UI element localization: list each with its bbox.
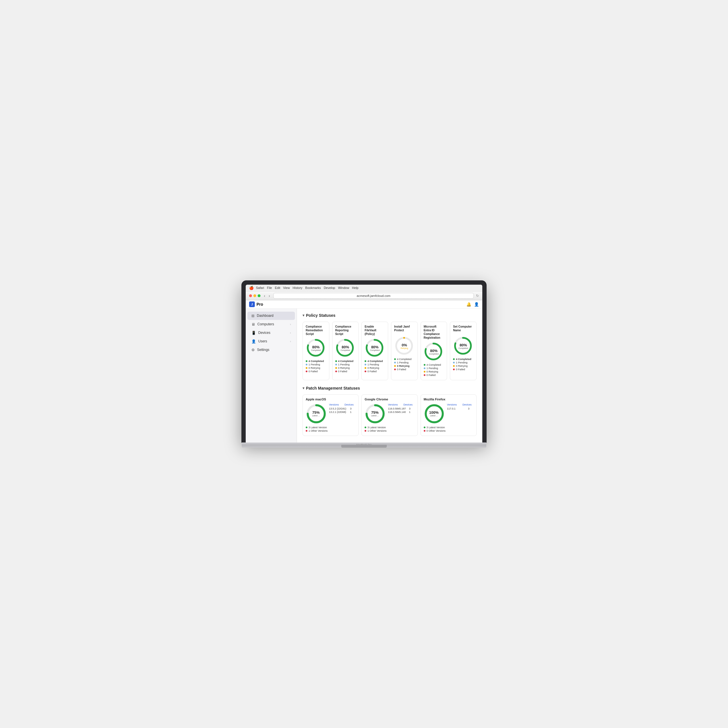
apple-logo: 🍎 — [249, 286, 254, 290]
green-dot — [306, 427, 307, 428]
stat-row: 0 Retrying — [424, 370, 444, 373]
brand-name: Pro — [257, 302, 263, 307]
menu-items[interactable]: Safari File Edit View History Bookmarks … — [256, 286, 358, 289]
patch-stats: 3 Latest Version 1 Other Versions — [306, 426, 355, 432]
stat-text: 4 Completed — [367, 360, 383, 362]
patch-stat-row: 3 Latest Version — [424, 426, 474, 429]
versions-col-label: Versions — [388, 403, 398, 406]
stat-row: 4 Completed — [365, 360, 385, 362]
policy-card-title: Microsoft Entra ID Compliance Registrati… — [424, 325, 444, 340]
red-dot — [394, 369, 396, 370]
patch-card-title: Mozilla Firefox — [424, 398, 474, 401]
patch-stat-text: 3 Latest Version — [427, 426, 445, 429]
devices-col-label: Devices — [404, 403, 413, 406]
app-header: J Pro 🔔 👤 — [246, 300, 482, 309]
blue-dot — [394, 362, 396, 363]
green-dot — [335, 360, 337, 362]
policy-stats: 4 Completed 1 Pending 0 Retrying 0 Faile… — [335, 360, 356, 373]
policy-stats: 4 Completed 1 Pending 0 Retrying 0 Faile… — [394, 358, 414, 371]
version-count: 1 — [350, 411, 352, 413]
donut-percent: 80% — [429, 349, 439, 353]
patch-stat-text: 1 Other Versions — [367, 430, 387, 432]
policy-stats: 4 Completed 1 Pending 0 Retrying 0 Faile… — [424, 363, 444, 376]
main-content: ▾ Policy Statuses Compliance Remediation… — [297, 309, 482, 442]
reload-icon[interactable]: ↻ — [476, 294, 479, 298]
policy-card-title: Set Computer Name — [453, 325, 474, 334]
policy-cards-grid: Compliance Remediation Script 80% Comple… — [303, 322, 477, 380]
patch-card-apple-macos: Apple macOS 75% Latest ... Versions Devi… — [303, 395, 359, 436]
red-dot — [424, 374, 425, 376]
yellow-dot — [365, 367, 366, 369]
green-dot — [394, 358, 396, 360]
settings-icon: ⚙ — [251, 348, 255, 352]
sidebar-item-computers[interactable]: 🖥 Computers › — [248, 320, 295, 329]
red-dot — [453, 369, 455, 370]
sidebar-label-devices: Devices — [258, 331, 271, 335]
stat-row: 0 Retrying — [394, 365, 414, 367]
forward-button[interactable]: › — [268, 293, 271, 298]
menu-edit[interactable]: Edit — [275, 286, 280, 289]
menu-window[interactable]: Window — [338, 286, 349, 289]
menu-history[interactable]: History — [293, 286, 302, 289]
close-button[interactable] — [249, 294, 252, 297]
sidebar-item-settings[interactable]: ⚙ Settings — [248, 346, 295, 354]
users-icon: 👤 — [251, 339, 256, 344]
minimize-button[interactable] — [253, 294, 256, 297]
menu-help[interactable]: Help — [352, 286, 359, 289]
menu-file[interactable]: File — [267, 286, 272, 289]
notification-icon[interactable]: 🔔 — [466, 302, 471, 307]
policy-card-compliance-reporting: Compliance Reporting Script 80% Complete… — [332, 322, 359, 380]
donut-chart: 80% Completed — [365, 338, 385, 358]
version-row: 13.5.2 (22G91) 3 — [329, 407, 355, 410]
patch-donut-chart: 100% Latest ... — [424, 403, 444, 424]
patch-section-header: ▾ Patch Management Statuses — [303, 386, 477, 390]
version-row: 13.2.1 (22D68) 1 — [329, 411, 355, 413]
traffic-lights — [249, 294, 260, 297]
version-text: 13.5.2 (22G91) — [329, 407, 349, 410]
patch-percent: 100% — [429, 410, 439, 414]
devices-col-label: Devices — [462, 403, 471, 406]
policy-section-header: ▾ Policy Statuses — [303, 313, 477, 318]
donut-label: Completed — [311, 349, 321, 351]
patch-cards-grid: Apple macOS 75% Latest ... Versions Devi… — [303, 395, 477, 436]
stat-row: 0 Failed — [453, 368, 474, 371]
macbook-label: MacBook Pro — [242, 442, 486, 446]
nav-buttons: ‹ › — [263, 293, 271, 298]
stat-text: 0 Retrying — [309, 367, 320, 369]
version-count: 3 — [350, 407, 352, 410]
stat-text: 1 Pending — [309, 363, 320, 366]
menu-view[interactable]: View — [283, 286, 290, 289]
sidebar-item-users[interactable]: 👤 Users › — [248, 337, 295, 346]
address-bar[interactable]: acmesoft.jamfcloud.com — [273, 293, 474, 298]
stat-text: 0 Retrying — [397, 365, 410, 367]
donut-percent: 0% — [401, 343, 408, 347]
stat-text: 0 Retrying — [338, 367, 350, 369]
chevron-down-icon-2[interactable]: ▾ — [303, 386, 304, 390]
stat-text: 1 Pending — [397, 361, 408, 364]
profile-icon[interactable]: 👤 — [474, 302, 479, 307]
menu-bookmarks[interactable]: Bookmarks — [305, 286, 321, 289]
chevron-down-icon[interactable]: ▾ — [303, 314, 304, 317]
stat-text: 4 Completed — [427, 363, 441, 366]
patch-donut-chart: 75% Latest ... — [365, 403, 385, 424]
menu-develop[interactable]: Develop — [324, 286, 335, 289]
stat-row: 0 Failed — [335, 370, 356, 373]
policy-card-title: Install Jamf Protect — [394, 325, 414, 334]
back-button[interactable]: ‹ — [263, 293, 266, 298]
stat-row: 0 Failed — [424, 374, 444, 376]
stat-row: 0 Failed — [306, 370, 326, 373]
stat-row: 4 Completed — [335, 360, 356, 362]
yellow-dot — [335, 367, 337, 369]
blue-dot — [306, 364, 307, 366]
stat-text: 1 Pending — [427, 367, 438, 370]
stat-row: 0 Retrying — [306, 367, 326, 369]
menu-safari[interactable]: Safari — [256, 286, 264, 289]
sidebar-item-devices[interactable]: 📱 Devices › — [248, 329, 295, 337]
patch-stat-row: 3 Latest Version — [306, 426, 355, 429]
maximize-button[interactable] — [258, 294, 260, 297]
policy-card-title: Enable FileVault (Policy) — [365, 325, 385, 336]
sidebar-item-dashboard[interactable]: ⊞ Dashboard — [248, 312, 295, 320]
sidebar-label-users: Users — [258, 339, 267, 343]
stat-text: 4 Completed — [397, 358, 411, 361]
red-dot — [365, 430, 366, 432]
